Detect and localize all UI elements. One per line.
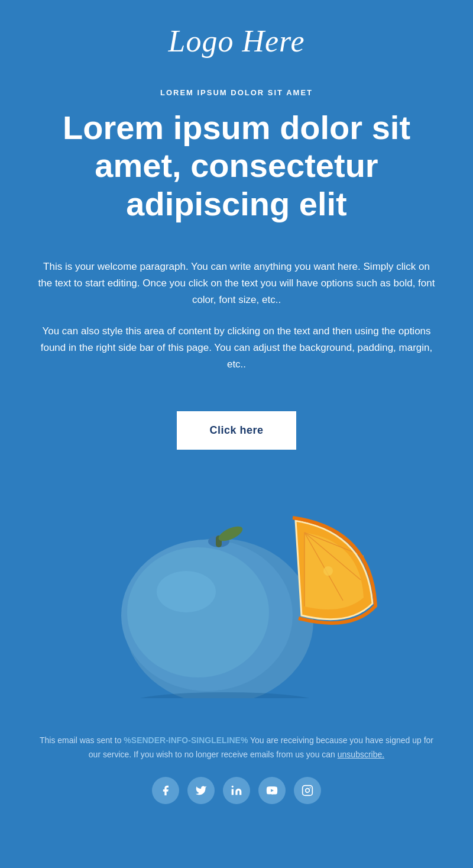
headline-text: Lorem ipsum dolor sit amet, consectetur … (47, 109, 426, 223)
svg-rect-16 (303, 786, 313, 796)
email-wrapper: Logo Here LOREM IPSUM DOLOR SIT AMET Lor… (0, 0, 473, 868)
orange-illustration (95, 485, 378, 698)
eyebrow-text: LOREM IPSUM DOLOR SIT AMET (47, 88, 426, 97)
facebook-icon[interactable] (152, 777, 179, 804)
cta-button[interactable]: Click here (177, 411, 296, 450)
footer-text: This email was sent to %SENDER-INFO-SING… (35, 734, 438, 762)
svg-point-12 (323, 566, 333, 576)
footer-text-prefix: This email was sent to (40, 735, 124, 745)
image-section (0, 473, 473, 716)
hero-section: LOREM IPSUM DOLOR SIT AMET Lorem ipsum d… (0, 76, 473, 247)
instagram-icon[interactable] (294, 777, 321, 804)
social-icons-row (35, 777, 438, 804)
svg-point-14 (232, 786, 234, 788)
svg-point-4 (157, 571, 216, 612)
linkedin-icon[interactable] (223, 777, 250, 804)
svg-point-3 (127, 547, 269, 677)
cta-section: Click here (0, 393, 473, 473)
header: Logo Here (0, 0, 473, 76)
logo: Logo Here (12, 24, 461, 59)
sender-tag: %SENDER-INFO-SINGLELINE% (124, 735, 248, 745)
body-paragraph-2: You can also style this area of content … (35, 323, 438, 373)
twitter-icon[interactable] (187, 777, 215, 804)
body-paragraph-1: This is your welcome paragraph. You can … (35, 259, 438, 308)
footer: This email was sent to %SENDER-INFO-SING… (0, 716, 473, 828)
unsubscribe-link[interactable]: unsubscribe. (338, 750, 384, 759)
youtube-icon[interactable] (258, 777, 286, 804)
body-section: This is your welcome paragraph. You can … (0, 247, 473, 393)
